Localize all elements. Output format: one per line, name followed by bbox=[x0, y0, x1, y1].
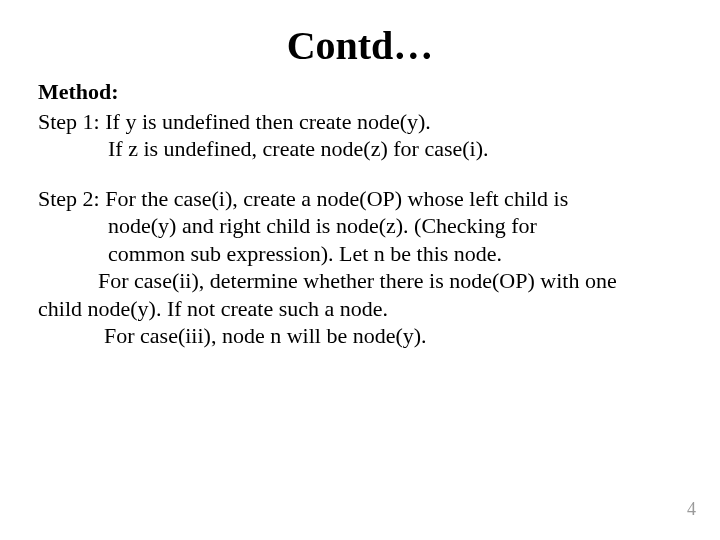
step1-line1: Step 1: If y is undefined then create no… bbox=[38, 108, 688, 136]
step2-line6: For case(iii), node n will be node(y). bbox=[38, 322, 688, 350]
paragraph-gap bbox=[38, 163, 688, 185]
step2-line1: Step 2: For the case(i), create a node(O… bbox=[38, 185, 688, 213]
method-label: Method: bbox=[38, 78, 688, 106]
slide-body: Method: Step 1: If y is undefined then c… bbox=[38, 78, 688, 350]
step2-line3: common sub expression). Let n be this no… bbox=[38, 240, 688, 268]
step2-line4: For case(ii), determine whether there is… bbox=[38, 267, 688, 295]
step2-line5: child node(y). If not create such a node… bbox=[38, 295, 688, 323]
step2-line2: node(y) and right child is node(z). (Che… bbox=[38, 212, 688, 240]
step1-line2: If z is undefined, create node(z) for ca… bbox=[38, 135, 688, 163]
page-number: 4 bbox=[687, 499, 696, 520]
slide: Contd… Method: Step 1: If y is undefined… bbox=[0, 0, 720, 540]
slide-title: Contd… bbox=[0, 22, 720, 69]
